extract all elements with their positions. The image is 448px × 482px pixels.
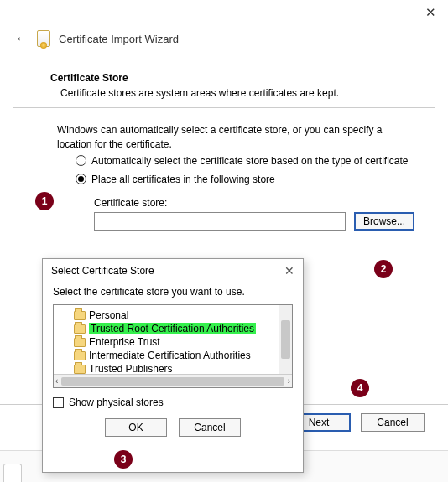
section-heading-block: Certificate Store Certificate stores are…: [0, 54, 448, 99]
window-close-icon[interactable]: ✕: [425, 5, 436, 20]
annotation-4: 4: [351, 379, 369, 397]
radio-place-row[interactable]: Place all certificates in the following …: [0, 170, 448, 189]
tree-item-enterprise-trust[interactable]: Enterprise Trust: [54, 335, 292, 349]
tab-stub[interactable]: [3, 464, 22, 482]
show-physical-row[interactable]: Show physical stores: [43, 388, 303, 408]
store-tree[interactable]: Personal Trusted Root Certification Auth…: [53, 304, 293, 388]
ok-button[interactable]: OK: [105, 418, 167, 437]
wizard-header: ← Certificate Import Wizard: [0, 0, 448, 54]
wizard-title: Certificate Import Wizard: [59, 33, 179, 45]
dialog-cancel-button[interactable]: Cancel: [179, 418, 241, 437]
tree-item-personal[interactable]: Personal: [54, 308, 292, 322]
select-store-dialog: Select Certificate Store ✕ Select the ce…: [42, 258, 304, 473]
radio-auto-label: Automatically select the certificate sto…: [91, 155, 409, 167]
tree-item-intermediate[interactable]: Intermediate Certification Authorities: [54, 349, 292, 362]
folder-icon: [74, 311, 86, 320]
dialog-close-icon[interactable]: ✕: [284, 264, 294, 277]
folder-icon: [74, 365, 86, 374]
dialog-titlebar: Select Certificate Store ✕: [43, 259, 303, 282]
tree-scrollbar-horizontal[interactable]: ‹›: [54, 374, 292, 387]
show-physical-label: Show physical stores: [69, 396, 164, 408]
browse-button[interactable]: Browse...: [354, 212, 414, 231]
radio-auto-row[interactable]: Automatically select the certificate sto…: [0, 152, 448, 170]
back-arrow-icon[interactable]: ←: [15, 31, 29, 46]
body-text: Windows can automatically select a certi…: [0, 108, 448, 152]
dialog-buttons: OK Cancel: [43, 408, 303, 445]
folder-icon: [74, 351, 86, 360]
annotation-2: 2: [374, 260, 393, 278]
store-field-label: Certificate store:: [0, 189, 448, 212]
annotation-1: 1: [35, 192, 54, 210]
radio-place-label: Place all certificates in the following …: [91, 174, 275, 185]
dialog-title: Select Certificate Store: [51, 265, 154, 277]
show-physical-checkbox[interactable]: [53, 397, 64, 408]
radio-place[interactable]: [76, 174, 86, 184]
certificate-icon: [37, 30, 50, 47]
folder-icon: [74, 338, 86, 347]
folder-icon: [74, 324, 86, 334]
section-description: Certificate stores are system areas wher…: [60, 87, 398, 99]
annotation-3: 3: [114, 450, 133, 469]
dialog-instruction: Select the certificate store you want to…: [43, 282, 303, 304]
tree-scrollbar-vertical[interactable]: [279, 305, 292, 374]
cancel-button[interactable]: Cancel: [361, 413, 425, 432]
section-heading: Certificate Store: [50, 72, 398, 84]
radio-auto[interactable]: [76, 155, 86, 166]
tree-item-trusted-root[interactable]: Trusted Root Certification Authorities: [54, 322, 292, 335]
certificate-store-input[interactable]: [94, 212, 346, 231]
store-field-row: Browse...: [0, 212, 448, 231]
